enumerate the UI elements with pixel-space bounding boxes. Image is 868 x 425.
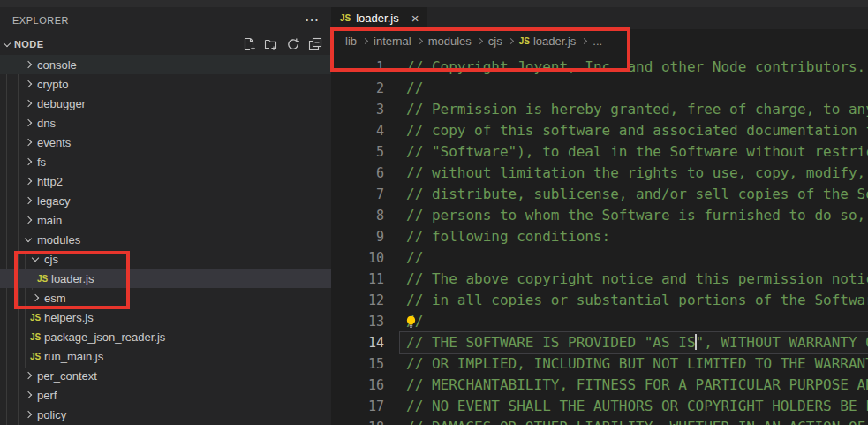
code-line-6[interactable]: 6// without limitation the rights to use…	[331, 163, 868, 184]
code-line-1[interactable]: 1// Copyright Joyent, Inc. and other Nod…	[331, 57, 868, 78]
tree-item-label: events	[37, 136, 71, 149]
line-text: // distribute, sublicense, and/or sell c…	[400, 184, 868, 205]
file-tree: consolecryptodebuggerdnseventsfshttp2leg…	[0, 55, 331, 424]
node-section-header[interactable]: NODE	[0, 34, 331, 55]
code-line-8[interactable]: 8// persons to whom the Software is furn…	[331, 205, 868, 226]
tree-item-cjs[interactable]: cjs	[0, 249, 331, 269]
explorer-header: EXPLORER ⋯	[0, 7, 331, 34]
tree-item-main[interactable]: main	[0, 210, 331, 230]
code-line-13[interactable]: 13//	[331, 311, 868, 332]
collapse-all-icon[interactable]	[308, 37, 322, 51]
line-number: 2	[331, 78, 384, 99]
refresh-icon[interactable]	[286, 37, 300, 51]
code-line-9[interactable]: 9// following conditions:	[331, 226, 868, 247]
code-line-4[interactable]: 4// copy of this software and associated…	[331, 120, 868, 141]
code-editor: 1// Copyright Joyent, Inc. and other Nod…	[331, 52, 868, 425]
tree-item-label: crypto	[37, 78, 68, 91]
line-number: 12	[331, 290, 384, 311]
breadcrumb-item-internal[interactable]: internal	[374, 34, 411, 48]
tree-item-esm[interactable]: esm	[0, 288, 331, 307]
breadcrumb: libinternalmodulescjsJSloader.js...	[331, 29, 868, 52]
chevron-down-icon	[28, 258, 42, 261]
tree-item-label: console	[37, 58, 77, 72]
code-line-16[interactable]: 16// MERCHANTABILITY, FITNESS FOR A PART…	[331, 375, 868, 396]
chevron-right-icon	[21, 412, 35, 417]
line-text: //	[400, 78, 868, 99]
tab-loader-js[interactable]: JS loader.js ×	[331, 7, 427, 29]
code-line-15[interactable]: 15// OR IMPLIED, INCLUDING BUT NOT LIMIT…	[331, 353, 868, 375]
tree-item-label: fs	[37, 156, 46, 169]
tree-item-label: run_main.js	[44, 350, 103, 363]
breadcrumb-item--[interactable]: ...	[593, 34, 602, 48]
new-file-icon[interactable]	[242, 37, 256, 51]
chevron-right-icon	[21, 81, 35, 87]
tree-item-package_json_reader-js[interactable]: JSpackage_json_reader.js	[0, 327, 331, 346]
code-line-3[interactable]: 3// Permission is hereby granted, free o…	[331, 99, 868, 120]
new-folder-icon[interactable]	[264, 37, 278, 51]
tree-item-label: cjs	[44, 253, 58, 266]
tree-item-per_context[interactable]: per_context	[0, 366, 331, 385]
more-actions-icon[interactable]: ⋯	[305, 16, 319, 25]
line-text: // without limitation the rights to use,…	[400, 163, 868, 184]
breadcrumb-separator-icon	[477, 37, 483, 43]
line-text: // following conditions:	[400, 226, 868, 247]
line-text: // NO EVENT SHALL THE AUTHORS OR COPYRIG…	[400, 396, 868, 417]
breadcrumb-separator-icon	[417, 37, 423, 43]
close-icon[interactable]: ×	[411, 12, 419, 25]
chevron-right-icon	[21, 198, 35, 203]
tree-item-console[interactable]: console	[0, 55, 331, 74]
code-line-18[interactable]: 18// DAMAGES OR OTHER LIABILITY, WHETHER…	[331, 417, 868, 425]
js-file-icon: JS	[35, 274, 49, 284]
chevron-right-icon	[21, 373, 35, 378]
tree-item-label: modules	[37, 233, 80, 247]
breadcrumb-item-loader-js[interactable]: JSloader.js	[519, 34, 577, 48]
tree-item-fs[interactable]: fs	[0, 152, 331, 171]
code-line-11[interactable]: 11// The above copyright notice and this…	[331, 269, 868, 290]
tree-item-crypto[interactable]: crypto	[0, 74, 331, 94]
code-lines: 1// Copyright Joyent, Inc. and other Nod…	[331, 57, 868, 425]
tree-item-policy[interactable]: policy	[0, 405, 331, 424]
tree-item-http2[interactable]: http2	[0, 171, 331, 191]
tree-item-run_main-js[interactable]: JSrun_main.js	[0, 346, 331, 366]
tree-item-legacy[interactable]: legacy	[0, 191, 331, 210]
tree-item-label: loader.js	[51, 272, 94, 285]
code-line-10[interactable]: 10//	[331, 247, 868, 269]
chevron-right-icon	[28, 295, 42, 300]
tree-item-helpers-js[interactable]: JShelpers.js	[0, 307, 331, 327]
tree-item-loader-js[interactable]: JSloader.js	[0, 269, 331, 288]
code-line-14[interactable]: 14// THE SOFTWARE IS PROVIDED "AS IS", W…	[331, 332, 868, 353]
line-number: 3	[331, 99, 384, 120]
tree-item-label: per_context	[37, 369, 97, 383]
line-number: 14	[331, 332, 384, 353]
tree-item-perf[interactable]: perf	[0, 385, 331, 405]
explorer-sidebar: EXPLORER ⋯ NODE consolecryptodebuggerdns…	[0, 7, 331, 425]
breadcrumb-separator-icon	[362, 37, 368, 43]
chevron-right-icon	[21, 120, 35, 125]
code-line-17[interactable]: 17// NO EVENT SHALL THE AUTHORS OR COPYR…	[331, 396, 868, 417]
breadcrumb-item-lib[interactable]: lib	[345, 34, 357, 48]
code-line-7[interactable]: 7// distribute, sublicense, and/or sell …	[331, 184, 868, 205]
tree-item-dns[interactable]: dns	[0, 113, 331, 133]
code-line-5[interactable]: 5// "Software"), to deal in the Software…	[331, 141, 868, 163]
line-text: // in all copies or substantial portions…	[400, 290, 868, 311]
js-file-icon: JS	[28, 313, 42, 323]
editor-tab-bar: JS loader.js ×	[331, 7, 868, 29]
chevron-down-icon	[4, 39, 11, 46]
explorer-actions	[242, 37, 322, 51]
code-line-2[interactable]: 2//	[331, 78, 868, 99]
tree-item-label: perf	[37, 389, 57, 402]
breadcrumb-item-cjs[interactable]: cjs	[488, 34, 502, 48]
breadcrumb-separator-icon	[508, 37, 514, 43]
code-line-12[interactable]: 12// in all copies or substantial portio…	[331, 290, 868, 311]
tree-item-debugger[interactable]: debugger	[0, 94, 331, 113]
line-text: // MERCHANTABILITY, FITNESS FOR A PARTIC…	[400, 375, 868, 396]
tree-item-events[interactable]: events	[0, 133, 331, 152]
line-text: // Permission is hereby granted, free of…	[400, 99, 868, 120]
tree-item-label: policy	[37, 408, 66, 421]
line-number: 4	[331, 120, 384, 141]
tree-item-label: main	[37, 214, 62, 227]
breadcrumb-item-modules[interactable]: modules	[428, 34, 472, 48]
tree-item-modules[interactable]: modules	[0, 230, 331, 249]
lightbulb-icon[interactable]	[404, 314, 418, 335]
js-file-icon: JS	[519, 36, 530, 46]
